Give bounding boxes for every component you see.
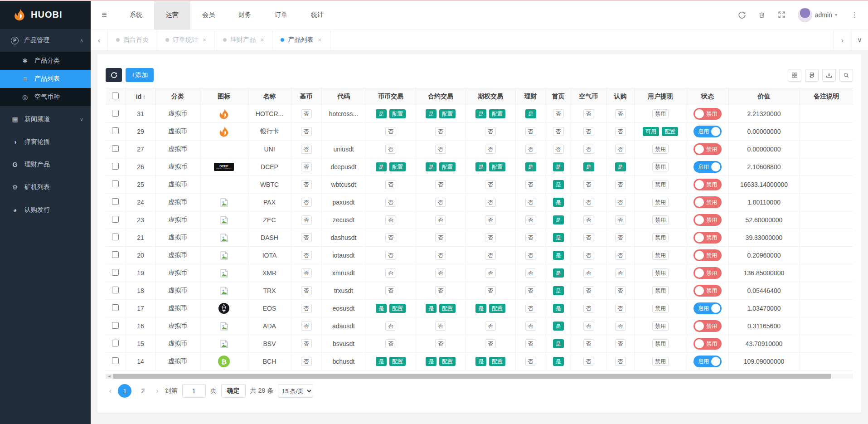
nav-item-operation[interactable]: 运营 (154, 0, 190, 29)
no-badge[interactable]: 否 (525, 357, 536, 366)
next-page-icon[interactable]: › (154, 387, 160, 395)
yes-badge[interactable]: 是 (553, 251, 564, 260)
no-badge[interactable]: 否 (615, 251, 626, 260)
status-toggle[interactable]: 启用 (693, 302, 722, 314)
status-toggle[interactable]: 禁用 (693, 143, 722, 155)
withdraw-forbidden-badge[interactable]: 禁用 (652, 162, 669, 171)
no-badge[interactable]: 否 (435, 127, 446, 136)
row-checkbox[interactable] (112, 251, 119, 258)
sidebar-item-finance-product[interactable]: G 理财产品 (0, 153, 91, 176)
export-icon[interactable] (822, 69, 836, 82)
yes-badge[interactable]: 是 (376, 162, 387, 171)
no-badge[interactable]: 否 (583, 145, 594, 154)
nav-item-member[interactable]: 会员 (190, 0, 227, 29)
no-badge[interactable]: 否 (615, 180, 626, 189)
more-menu-icon[interactable]: ⋮ (849, 10, 860, 19)
yes-badge[interactable]: 是 (525, 162, 536, 171)
nav-item-system[interactable]: 系统 (118, 0, 154, 29)
no-badge[interactable]: 否 (615, 304, 626, 313)
no-badge[interactable]: 否 (435, 268, 446, 278)
no-badge[interactable]: 否 (485, 127, 496, 136)
yes-badge[interactable]: 是 (553, 233, 564, 242)
config-button[interactable]: 配置 (389, 304, 406, 313)
no-badge[interactable]: 否 (435, 286, 446, 295)
status-toggle[interactable]: 禁用 (693, 214, 722, 226)
no-badge[interactable]: 否 (435, 198, 446, 207)
add-button[interactable]: +添加 (126, 68, 154, 82)
no-badge[interactable]: 否 (301, 215, 312, 224)
row-checkbox[interactable] (112, 304, 119, 311)
no-badge[interactable]: 否 (385, 268, 396, 278)
withdraw-forbidden-badge[interactable]: 禁用 (652, 357, 669, 366)
no-badge[interactable]: 否 (615, 109, 626, 118)
no-badge[interactable]: 否 (553, 109, 564, 118)
status-toggle[interactable]: 禁用 (693, 320, 722, 332)
config-button[interactable]: 配置 (489, 304, 505, 313)
no-badge[interactable]: 否 (485, 215, 496, 224)
search-icon[interactable] (839, 69, 853, 82)
yes-badge[interactable]: 是 (553, 286, 564, 295)
sidebar-item-product-category[interactable]: ✱ 产品分类 (0, 52, 91, 70)
no-badge[interactable]: 否 (583, 180, 594, 189)
tab-product-list[interactable]: 产品列表 × (272, 30, 330, 50)
status-toggle[interactable]: 启用 (693, 161, 722, 173)
confirm-button[interactable]: 确定 (221, 384, 246, 398)
row-checkbox[interactable] (112, 145, 119, 152)
no-badge[interactable]: 否 (525, 304, 536, 313)
no-badge[interactable]: 否 (553, 127, 564, 136)
row-checkbox[interactable] (112, 180, 119, 187)
no-badge[interactable]: 否 (435, 215, 446, 224)
no-badge[interactable]: 否 (615, 198, 626, 207)
status-toggle[interactable]: 禁用 (693, 338, 722, 350)
card-view-icon[interactable] (788, 69, 801, 82)
print-icon[interactable] (805, 69, 819, 82)
no-badge[interactable]: 否 (301, 268, 312, 278)
no-badge[interactable]: 否 (385, 322, 396, 331)
no-badge[interactable]: 否 (301, 162, 312, 171)
no-badge[interactable]: 否 (385, 145, 396, 154)
sidebar-item-product-manage[interactable]: P 产品管理 ∧ (0, 29, 91, 52)
tabs-scroll-right-icon[interactable]: › (834, 30, 851, 50)
no-badge[interactable]: 否 (485, 233, 496, 242)
yes-badge[interactable]: 是 (426, 357, 436, 366)
status-toggle[interactable]: 禁用 (693, 267, 722, 279)
horizontal-scrollbar[interactable]: ◀ (106, 374, 853, 379)
withdraw-forbidden-badge[interactable]: 禁用 (652, 268, 669, 278)
no-badge[interactable]: 否 (583, 233, 594, 242)
yes-badge[interactable]: 是 (426, 304, 436, 313)
no-badge[interactable]: 否 (385, 233, 396, 242)
tabs-scroll-left-icon[interactable]: ‹ (91, 30, 108, 50)
yes-badge[interactable]: 是 (553, 339, 564, 348)
yes-badge[interactable]: 是 (475, 109, 486, 118)
no-badge[interactable]: 否 (525, 145, 536, 154)
yes-badge[interactable]: 是 (475, 304, 486, 313)
no-badge[interactable]: 否 (485, 145, 496, 154)
no-badge[interactable]: 否 (385, 180, 396, 189)
yes-badge[interactable]: 是 (553, 268, 564, 278)
row-checkbox[interactable] (112, 269, 119, 276)
no-badge[interactable]: 否 (525, 215, 536, 224)
no-badge[interactable]: 否 (525, 233, 536, 242)
row-checkbox[interactable] (112, 163, 119, 170)
status-toggle[interactable]: 禁用 (693, 196, 722, 208)
no-badge[interactable]: 否 (301, 322, 312, 331)
no-badge[interactable]: 否 (583, 127, 594, 136)
status-toggle[interactable]: 禁用 (693, 249, 722, 261)
row-checkbox[interactable] (112, 287, 119, 293)
no-badge[interactable]: 否 (435, 180, 446, 189)
withdraw-available-badge[interactable]: 可用 (643, 127, 659, 136)
config-button[interactable]: 配置 (439, 109, 456, 118)
yes-badge[interactable]: 是 (553, 162, 564, 171)
no-badge[interactable]: 否 (615, 357, 626, 366)
no-badge[interactable]: 否 (525, 268, 536, 278)
user-menu[interactable]: admin ▾ (798, 8, 837, 22)
no-badge[interactable]: 否 (385, 198, 396, 207)
no-badge[interactable]: 否 (301, 198, 312, 207)
withdraw-forbidden-badge[interactable]: 禁用 (652, 286, 669, 295)
refresh-icon[interactable] (738, 11, 746, 19)
no-badge[interactable]: 否 (485, 251, 496, 260)
sidebar-item-miner-list[interactable]: ⚙ 矿机列表 (0, 176, 91, 199)
no-badge[interactable]: 否 (301, 180, 312, 189)
yes-badge[interactable]: 是 (615, 162, 626, 171)
page-size-select[interactable]: 15 条/页 (278, 384, 313, 398)
